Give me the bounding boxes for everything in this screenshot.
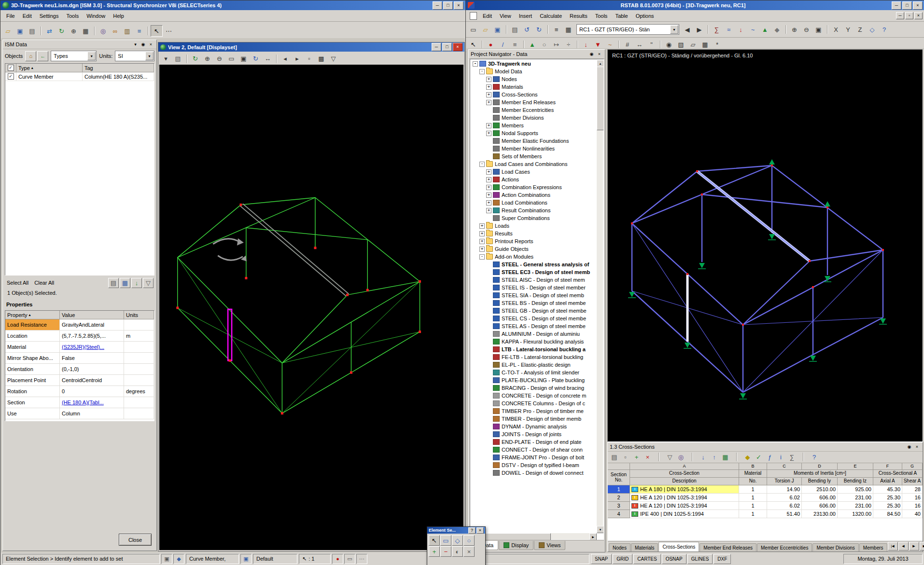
print-icon[interactable]: ▤ — [26, 25, 38, 37]
status-toggle[interactable]: OSNAP — [662, 554, 686, 564]
tree-item[interactable]: STEEL AS - Design of steel membe — [471, 322, 597, 330]
type-column-header[interactable]: Type ▴ — [16, 64, 83, 72]
tree-item[interactable]: STEEL - General stress analysis of — [471, 261, 597, 268]
menu-item[interactable]: Settings — [36, 12, 63, 20]
isometric-view-icon[interactable]: ◇ — [866, 24, 878, 35]
view-z-icon[interactable]: Z — [854, 24, 866, 35]
tree-expander[interactable]: + — [486, 193, 491, 198]
print-icon[interactable]: ▤ — [509, 24, 521, 35]
delete-row-icon[interactable]: × — [642, 452, 653, 462]
save-status-icon[interactable]: ▣ — [240, 554, 252, 564]
tree-item[interactable]: + Action Combinations — [471, 191, 597, 199]
alert-icon[interactable]: ● — [332, 554, 343, 564]
undo-icon[interactable]: ↺ — [521, 24, 533, 35]
tree-item[interactable]: - Load Cases and Combinations — [471, 160, 597, 168]
tree-item[interactable]: CONCRETE - Design of concrete m — [471, 392, 597, 400]
more-tools-icon[interactable]: ⋯ — [163, 25, 175, 37]
table-tab-members[interactable]: Members — [859, 543, 887, 551]
clip-volume-icon[interactable]: ▩ — [315, 53, 327, 65]
calculate-icon[interactable]: ∑ — [711, 24, 723, 35]
types-dropdown[interactable]: Types — [51, 51, 97, 61]
tree-item[interactable]: + Actions — [471, 176, 597, 183]
tree-item[interactable]: DOWEL - Design of dowel connect — [471, 469, 597, 477]
table-icon[interactable]: ▦ — [120, 278, 130, 288]
tree-item[interactable]: BRACING - Design of wind bracing — [471, 384, 597, 392]
tree-horizontal-scrollbar[interactable] — [471, 533, 597, 539]
check-icon[interactable]: ✓ — [753, 452, 764, 462]
tree-item[interactable]: - Model Data — [471, 68, 597, 75]
scroll-down-icon[interactable] — [597, 526, 604, 533]
tree-expander[interactable]: + — [479, 231, 485, 236]
copy-row-icon[interactable]: ▫ — [620, 452, 631, 462]
tree-item[interactable]: TIMBER Pro - Design of timber me — [471, 407, 597, 415]
tree-item[interactable]: JOINTS - Design of joints — [471, 430, 597, 438]
zoom-in-icon[interactable]: ⊕ — [201, 53, 213, 65]
menu-item[interactable]: Results — [566, 12, 591, 20]
cross-section-row[interactable]: 4 I IPE 400 | DIN 1025-5:1994 1 51.40 23… — [608, 510, 923, 518]
tag-column-header[interactable]: Tag — [83, 64, 154, 72]
menu-item[interactable]: Options — [632, 12, 658, 20]
fence-icon[interactable]: ▭ — [344, 554, 355, 564]
report-icon[interactable]: ▥ — [121, 25, 133, 37]
tree-item[interactable]: C-TO-T - Analysis of limit slender — [471, 369, 597, 376]
table-tab-member-divisions[interactable]: Member Divisions — [812, 543, 858, 551]
toolbar-icon[interactable] — [92, 25, 97, 37]
export-icon[interactable]: ↑ — [709, 452, 720, 462]
tree-item[interactable]: STEEL BS - Design of steel membe — [471, 299, 597, 307]
report-icon[interactable]: ▤ — [108, 278, 119, 288]
tree-expander[interactable]: + — [486, 177, 491, 182]
tree-item[interactable]: Member Divisions — [471, 114, 597, 122]
menu-item[interactable]: Tools — [591, 12, 612, 20]
tree-expander[interactable]: - — [479, 162, 485, 167]
tree-item[interactable]: + Combination Expressions — [471, 183, 597, 191]
open-icon[interactable]: ▱ — [479, 24, 491, 35]
status-toggle[interactable]: GLINES — [687, 554, 713, 564]
tree-item[interactable]: STEEL SIA - Design of steel memb — [471, 291, 597, 299]
tree-item[interactable]: TIMBER - Design of timber memb — [471, 415, 597, 423]
sync-icon[interactable]: ⇄ — [43, 25, 56, 37]
view-next-icon[interactable]: ▸ — [291, 53, 303, 65]
first-row-button[interactable]: |◀ — [888, 542, 898, 551]
view-attributes-icon[interactable]: ▧ — [172, 53, 184, 65]
toolbar-icon[interactable] — [545, 24, 550, 35]
chevron-down-icon[interactable] — [670, 25, 678, 34]
insert-row-icon[interactable]: + — [631, 452, 642, 462]
mdi-close-button[interactable]: × — [914, 12, 923, 19]
clear-selection-icon[interactable]: × — [463, 546, 475, 557]
select-circle-icon[interactable]: ○ — [463, 535, 475, 546]
deformation-icon[interactable]: ~ — [747, 24, 759, 35]
previous-case-icon[interactable]: ◀ — [681, 24, 693, 35]
new-icon[interactable]: ▭ — [467, 24, 479, 35]
view-toolbar-icon[interactable] — [274, 53, 279, 65]
menu-item[interactable]: Edit — [19, 12, 36, 20]
import-icon[interactable]: ↓ — [698, 452, 709, 462]
tree-expander[interactable]: + — [486, 84, 491, 90]
close-view-button[interactable]: × — [453, 43, 462, 51]
view-x-icon[interactable]: X — [830, 24, 842, 35]
view-y-icon[interactable]: Y — [842, 24, 854, 35]
clear-all-button[interactable]: Clear All — [34, 280, 54, 286]
object-row[interactable]: ✓ Curve Member Column(HE 180 A)(S235... — [5, 72, 154, 81]
subtract-selection-icon[interactable]: − — [440, 546, 451, 557]
tree-item[interactable]: + Load Combinations — [471, 199, 597, 207]
show-loads-icon[interactable]: ↓ — [735, 24, 747, 35]
scrollbar-thumb[interactable] — [597, 67, 604, 130]
next-case-icon[interactable]: ▶ — [693, 24, 705, 35]
more-icon[interactable]: ⋯ — [356, 554, 367, 564]
Rotation[interactable]: Rotation 0 degrees — [5, 386, 154, 397]
tree-item[interactable]: + Results — [471, 230, 597, 237]
supports-icon[interactable]: ▲ — [759, 24, 771, 35]
close-button[interactable]: × — [913, 1, 923, 10]
maximize-button[interactable]: □ — [902, 1, 912, 10]
select-all-checkbox[interactable]: ✓ — [8, 65, 14, 71]
minimize-button[interactable]: ─ — [433, 1, 442, 10]
info-icon[interactable]: i — [775, 452, 786, 462]
render-icon[interactable]: ◆ — [771, 24, 783, 35]
navigator-toggle-icon[interactable]: ≡ — [550, 24, 562, 35]
toolbar-icon[interactable] — [145, 25, 151, 37]
scrollbar-thumb[interactable] — [477, 533, 551, 540]
tree-expander[interactable]: + — [486, 123, 491, 128]
tree-expander[interactable]: + — [486, 169, 491, 175]
tree-item[interactable]: + Result Combinations — [471, 207, 597, 214]
select-all-button[interactable]: Select All — [7, 280, 28, 286]
